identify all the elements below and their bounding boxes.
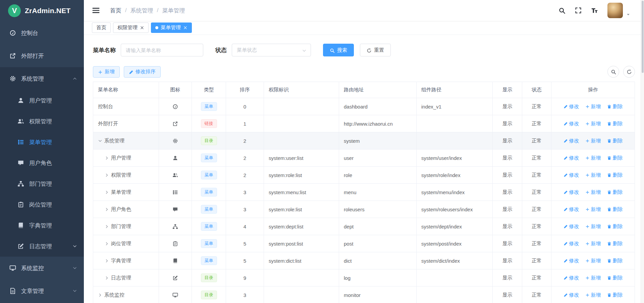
edit-link[interactable]: 修改 [564,223,579,230]
tree-toggle[interactable] [105,190,109,194]
add-link[interactable]: 新增 [585,155,601,161]
edit-link[interactable]: 修改 [564,241,579,247]
sidebar-item-label: 系统管理 [21,75,44,83]
add-link[interactable]: 新增 [585,258,601,264]
breadcrumb-item[interactable]: 首页 [110,7,121,14]
sidebar-toggle-button[interactable] [92,6,100,14]
refresh-table-button[interactable] [623,66,635,78]
add-button[interactable]: 新增 [93,66,120,78]
sidebar-item-dict[interactable]: 字典管理 [0,215,84,236]
edit-sort-button[interactable]: 修改排序 [124,66,161,78]
edit-link[interactable]: 修改 [564,275,579,281]
tree-toggle[interactable] [98,293,102,297]
edit-link[interactable]: 修改 [564,292,579,298]
tree-toggle[interactable] [105,207,109,212]
breadcrumb-item[interactable]: 系统管理 [130,7,153,14]
sidebar-item-dept[interactable]: 部门管理 [0,173,84,194]
edit-link[interactable]: 修改 [564,138,579,144]
status-select[interactable]: 菜单状态 [232,44,311,56]
edit-link[interactable]: 修改 [564,103,579,110]
chevron-right-icon [105,190,109,194]
tab-role[interactable]: 权限管理 [113,23,149,33]
delete-link[interactable]: 删除 [607,275,623,281]
tree-toggle[interactable] [105,173,109,177]
tree-toggle[interactable] [98,139,102,143]
user-menu[interactable] [607,3,631,18]
delete-link[interactable]: 删除 [607,121,623,127]
sidebar-item-post[interactable]: 岗位管理 [0,194,84,215]
menu-name-input[interactable] [121,44,203,56]
add-link[interactable]: 新增 [585,206,601,213]
reset-button[interactable]: 重置 [360,44,391,56]
delete-link[interactable]: 删除 [607,206,623,213]
chevron-right-icon [105,242,109,246]
perm-value: system:dict:list [264,252,339,269]
tree-toggle[interactable] [105,276,109,280]
tab-menu[interactable]: 菜单管理 [151,23,192,33]
add-link[interactable]: 新增 [585,223,601,230]
font-size-button[interactable] [591,7,598,14]
tree-toggle[interactable] [105,242,109,246]
delete-link[interactable]: 删除 [607,292,623,298]
add-link[interactable]: 新增 [585,103,601,110]
sidebar-item-roleusers[interactable]: 用户角色 [0,153,84,173]
sidebar-item-menu[interactable]: 菜单管理 [0,132,84,153]
sidebar-item-dashboard[interactable]: 控制台 [0,21,84,44]
sidebar-item-user[interactable]: 用户管理 [0,90,84,111]
pencil-icon [564,259,568,263]
scrollbar-thumb[interactable] [642,1,644,73]
fullscreen-icon [575,7,582,14]
edit-link[interactable]: 修改 [564,172,579,178]
route-value: menu [339,184,417,201]
sidebar-item-label: 控制台 [21,29,38,37]
comment-icon [172,207,178,212]
tab-close-button[interactable] [183,26,187,30]
add-link[interactable]: 新增 [585,275,601,281]
sidebar-item-log[interactable]: 日志管理 [0,236,84,257]
close-icon [140,26,144,30]
sidebar-item-monitor[interactable]: 系统监控 [0,257,84,279]
delete-link[interactable]: 删除 [607,223,623,230]
add-link[interactable]: 新增 [585,241,601,247]
logo[interactable]: V ZrAdmin.NET [0,0,84,21]
chevron-right-icon [98,293,102,297]
delete-link-label: 删除 [613,241,623,247]
add-link[interactable]: 新增 [585,121,601,127]
edit-link[interactable]: 修改 [564,206,579,213]
tab-close-button[interactable] [140,26,144,30]
route-value: roleusers [339,201,417,218]
add-link[interactable]: 新增 [585,292,601,298]
add-link[interactable]: 新增 [585,189,601,196]
delete-link[interactable]: 删除 [607,155,623,161]
sidebar-item-article[interactable]: 文章管理 [0,279,84,302]
toggle-search-button[interactable] [607,66,619,78]
edit-link[interactable]: 修改 [564,258,579,264]
edit-link[interactable]: 修改 [564,121,579,127]
delete-link[interactable]: 删除 [607,172,623,178]
search-button[interactable]: 搜索 [323,44,354,56]
status-value: 正常 [522,98,551,115]
sidebar-item-external[interactable]: 外部打开 [0,44,84,67]
fullscreen-button[interactable] [575,7,582,14]
column-header: 显示 [493,82,522,98]
page-scrollbar[interactable] [641,0,644,303]
header-search-button[interactable] [558,7,566,14]
delete-link[interactable]: 删除 [607,258,623,264]
tree-toggle[interactable] [105,156,109,160]
add-link[interactable]: 新增 [585,172,601,178]
sidebar-item-role[interactable]: 权限管理 [0,111,84,132]
delete-link[interactable]: 删除 [607,189,623,196]
edit-link[interactable]: 修改 [564,155,579,161]
delete-link[interactable]: 删除 [607,103,623,110]
tab-home[interactable]: 首页 [92,23,111,33]
add-link[interactable]: 新增 [585,138,601,144]
edit-link[interactable]: 修改 [564,189,579,196]
delete-link[interactable]: 删除 [607,138,623,144]
menu-name: 权限管理 [111,172,131,178]
plus-icon [585,156,590,160]
delete-link[interactable]: 删除 [607,241,623,247]
tree-toggle[interactable] [105,224,109,229]
sidebar-item-system[interactable]: 系统管理 [0,67,84,90]
tree-toggle[interactable] [105,259,109,263]
edit-doc-icon [172,275,178,281]
